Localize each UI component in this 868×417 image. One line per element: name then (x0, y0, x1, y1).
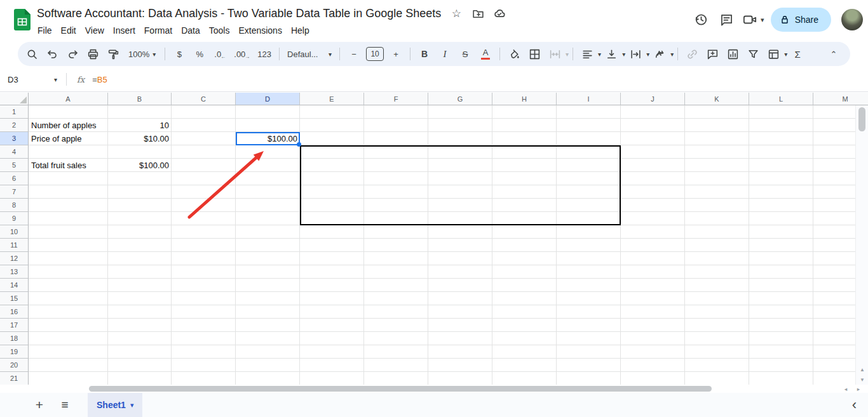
menu-item-edit[interactable]: Edit (57, 24, 81, 37)
row-header-11[interactable]: 11 (0, 239, 29, 252)
menu-item-view[interactable]: View (81, 24, 109, 37)
column-header-H[interactable]: H (492, 93, 557, 105)
name-box[interactable]: D3 ▾ (0, 75, 64, 84)
scroll-down-button[interactable]: ▼ (856, 374, 868, 385)
column-header-C[interactable]: C (172, 93, 236, 105)
column-header-L[interactable]: L (749, 93, 813, 105)
insert-comment-button[interactable] (703, 45, 721, 63)
more-formats-button[interactable]: 123 (255, 45, 274, 63)
scroll-right-button[interactable]: ▸ (853, 385, 864, 393)
row-header-12[interactable]: 12 (0, 252, 29, 265)
text-rotation-button[interactable] (651, 45, 668, 63)
row-header-19[interactable]: 19 (0, 345, 29, 359)
meet-button[interactable]: ▾ (739, 7, 764, 32)
text-wrap-button[interactable] (627, 45, 644, 63)
cell-A3[interactable]: Price of apple (29, 132, 108, 145)
table-views-button[interactable] (764, 45, 782, 63)
row-header-4[interactable]: 4 (0, 145, 29, 159)
paint-format-button[interactable] (104, 45, 122, 63)
functions-button[interactable]: Σ (789, 45, 806, 63)
column-header-A[interactable]: A (29, 93, 108, 105)
horizontal-align-button[interactable] (578, 45, 596, 63)
cloud-status-icon[interactable] (493, 7, 506, 20)
menu-item-format[interactable]: Format (140, 24, 177, 37)
move-folder-icon[interactable] (471, 7, 484, 20)
format-currency-button[interactable]: $ (170, 45, 188, 63)
column-header-D[interactable]: D (236, 93, 300, 105)
text-color-button[interactable]: A (477, 45, 494, 63)
decrease-decimals-button[interactable]: .0← (211, 45, 229, 63)
hide-menus-button[interactable]: ⌃ (825, 50, 843, 59)
share-button[interactable]: Share (771, 8, 831, 32)
row-header-3[interactable]: 3 (0, 132, 29, 145)
menu-item-data[interactable]: Data (177, 24, 205, 37)
scroll-left-button[interactable]: ◂ (840, 385, 851, 393)
increase-decimals-button[interactable]: .00→ (231, 45, 252, 63)
row-header-13[interactable]: 13 (0, 265, 29, 279)
cell-B2[interactable]: 10 (108, 119, 172, 132)
column-header-G[interactable]: G (428, 93, 492, 105)
bold-button[interactable]: B (416, 45, 433, 63)
row-header-2[interactable]: 2 (0, 119, 29, 132)
menu-item-tools[interactable]: Tools (205, 24, 234, 37)
row-header-6[interactable]: 6 (0, 172, 29, 185)
cell-B5[interactable]: $100.00 (108, 159, 172, 172)
font-family-select[interactable]: Defaul... ▾ (283, 45, 336, 63)
font-size-input[interactable]: 10 (366, 47, 384, 61)
horizontal-scrollbar[interactable]: ◂ ▸ (0, 385, 868, 393)
row-header-20[interactable]: 20 (0, 359, 29, 372)
strikethrough-button[interactable]: S (456, 45, 474, 63)
add-sheet-button[interactable]: + (28, 394, 51, 416)
redo-button[interactable] (64, 45, 81, 63)
fill-handle[interactable] (297, 142, 301, 147)
select-all-button[interactable] (0, 93, 29, 105)
fill-color-button[interactable] (505, 45, 523, 63)
insert-link-button[interactable] (683, 45, 701, 63)
search-menus-button[interactable] (23, 45, 41, 63)
italic-button[interactable]: I (436, 45, 454, 63)
row-header-8[interactable]: 8 (0, 199, 29, 212)
format-percent-button[interactable]: % (191, 45, 208, 63)
row-header-16[interactable]: 16 (0, 305, 29, 319)
row-header-21[interactable]: 21 (0, 372, 29, 385)
account-avatar[interactable] (841, 9, 863, 30)
menu-item-insert[interactable]: Insert (109, 24, 140, 37)
increase-font-size-button[interactable]: + (387, 45, 405, 63)
collapse-side-panel-button[interactable]: ‹ (852, 397, 857, 413)
column-header-B[interactable]: B (108, 93, 172, 105)
vertical-align-button[interactable] (602, 45, 620, 63)
column-header-J[interactable]: J (621, 93, 685, 105)
row-header-5[interactable]: 5 (0, 159, 29, 172)
version-history-button[interactable] (688, 7, 714, 32)
document-title[interactable]: Software Accountant: Data Analysis - Two… (37, 7, 441, 20)
menu-item-extensions[interactable]: Extensions (234, 24, 286, 37)
scroll-up-button[interactable]: ▲ (856, 364, 868, 374)
print-button[interactable] (84, 45, 102, 63)
undo-button[interactable] (43, 45, 61, 63)
merge-cells-button[interactable] (546, 45, 564, 63)
vertical-scrollbar[interactable]: ▲ ▼ (855, 105, 868, 385)
row-header-7[interactable]: 7 (0, 185, 29, 199)
column-header-M[interactable]: M (813, 93, 868, 105)
row-header-18[interactable]: 18 (0, 332, 29, 345)
cell-A2[interactable]: Number of apples (29, 119, 108, 132)
all-sheets-button[interactable]: ≡ (53, 394, 76, 416)
column-header-E[interactable]: E (300, 93, 364, 105)
menu-item-file[interactable]: File (33, 24, 57, 37)
row-header-9[interactable]: 9 (0, 212, 29, 225)
row-header-10[interactable]: 10 (0, 225, 29, 239)
sheets-logo[interactable] (14, 9, 31, 30)
row-header-17[interactable]: 17 (0, 319, 29, 332)
menu-item-help[interactable]: Help (287, 24, 314, 37)
sheet-tab-sheet1[interactable]: Sheet1 ▾ (88, 393, 142, 417)
cell-B3[interactable]: $10.00 (108, 132, 172, 145)
decrease-font-size-button[interactable]: − (345, 45, 363, 63)
formula-input[interactable]: =B5 (92, 75, 107, 84)
column-header-F[interactable]: F (364, 93, 428, 105)
comments-button[interactable] (714, 7, 739, 32)
borders-button[interactable] (526, 45, 543, 63)
row-header-14[interactable]: 14 (0, 279, 29, 292)
zoom-select[interactable]: 100% ▾ (123, 45, 161, 63)
star-icon[interactable]: ☆ (450, 7, 463, 20)
vertical-scrollbar-thumb[interactable] (858, 107, 865, 131)
